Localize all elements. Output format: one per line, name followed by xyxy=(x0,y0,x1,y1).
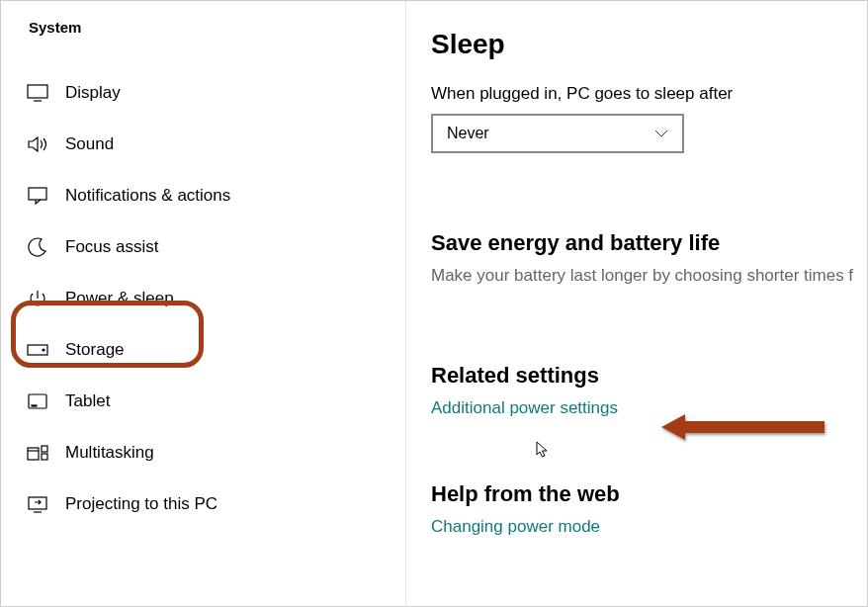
sidebar-item-storage[interactable]: Storage xyxy=(1,324,405,376)
sidebar-item-label: Power & sleep xyxy=(65,289,174,308)
plugged-in-label: When plugged in, PC goes to sleep after xyxy=(431,84,867,104)
svg-rect-11 xyxy=(29,497,46,509)
projecting-icon xyxy=(26,492,49,516)
chevron-down-icon xyxy=(654,130,668,137)
save-energy-desc: Make your battery last longer by choosin… xyxy=(431,266,867,286)
sidebar-item-label: Notifications & actions xyxy=(65,186,230,206)
sidebar-item-label: Sound xyxy=(65,134,114,154)
sidebar-item-label: Projecting to this PC xyxy=(65,494,217,514)
display-icon xyxy=(26,81,49,105)
sidebar-item-notifications[interactable]: Notifications & actions xyxy=(1,170,405,221)
svg-rect-0 xyxy=(28,85,47,98)
sidebar-item-label: Focus assist xyxy=(65,237,158,257)
sidebar-item-label: Display xyxy=(65,83,121,103)
svg-rect-6 xyxy=(32,405,37,406)
sidebar-item-label: Storage xyxy=(65,340,125,360)
sound-icon xyxy=(26,132,49,156)
sidebar-item-focus-assist[interactable]: Focus assist xyxy=(1,221,405,273)
svg-rect-10 xyxy=(42,454,47,460)
svg-rect-9 xyxy=(42,446,47,452)
sidebar-item-tablet[interactable]: Tablet xyxy=(1,376,405,427)
sidebar: System Display Sound xyxy=(1,1,406,606)
save-energy-heading: Save energy and battery life xyxy=(431,230,867,256)
sidebar-item-sound[interactable]: Sound xyxy=(1,119,405,170)
sleep-heading: Sleep xyxy=(431,29,867,60)
sidebar-title: System xyxy=(1,19,405,67)
svg-point-4 xyxy=(43,349,44,351)
tablet-icon xyxy=(26,390,49,413)
sleep-dropdown[interactable]: Never xyxy=(431,114,684,153)
sidebar-item-label: Multitasking xyxy=(65,443,154,463)
svg-rect-2 xyxy=(29,188,46,200)
notifications-icon xyxy=(26,184,49,208)
power-icon xyxy=(26,287,49,310)
changing-power-mode-link[interactable]: Changing power mode xyxy=(431,517,600,537)
additional-power-settings-link[interactable]: Additional power settings xyxy=(431,398,618,418)
sidebar-item-multitasking[interactable]: Multitasking xyxy=(1,427,405,478)
storage-icon xyxy=(26,338,49,362)
related-settings-heading: Related settings xyxy=(431,363,867,389)
svg-rect-7 xyxy=(28,448,39,460)
sidebar-item-power-sleep[interactable]: Power & sleep xyxy=(1,273,405,324)
moon-icon xyxy=(26,235,49,259)
sidebar-item-label: Tablet xyxy=(65,391,110,411)
sidebar-item-display[interactable]: Display xyxy=(1,67,405,119)
dropdown-value: Never xyxy=(447,125,489,142)
multitasking-icon xyxy=(26,441,49,465)
main-content: Sleep When plugged in, PC goes to sleep … xyxy=(406,1,867,606)
sidebar-item-projecting[interactable]: Projecting to this PC xyxy=(1,478,405,530)
help-heading: Help from the web xyxy=(431,481,867,507)
